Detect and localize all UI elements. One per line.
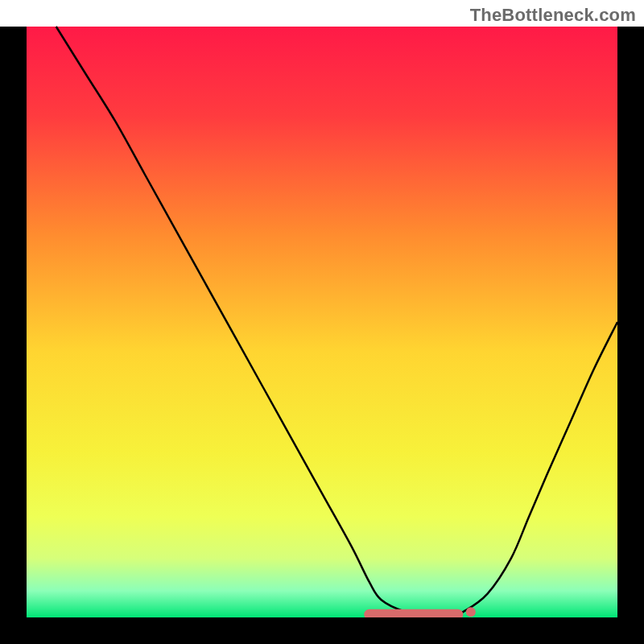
plot-background bbox=[27, 27, 617, 617]
watermark-label: TheBottleneck.com bbox=[470, 5, 636, 26]
chart-container: TheBottleneck.com bbox=[0, 0, 644, 644]
plot-frame-border bbox=[0, 27, 27, 644]
bottleneck-chart bbox=[0, 0, 644, 644]
plot-frame-border bbox=[0, 617, 644, 644]
optimal-point-dot bbox=[466, 607, 476, 617]
plot-frame-border bbox=[617, 27, 644, 644]
